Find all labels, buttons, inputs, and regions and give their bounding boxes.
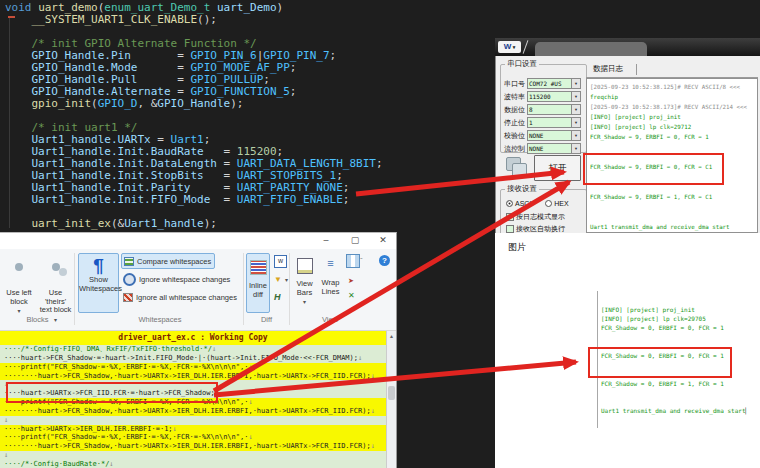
dropdown-arrow-icon[interactable]: ▼: [571, 78, 581, 89]
dropdown-arrow-icon[interactable]: ▼: [571, 91, 581, 102]
serial-field-3: 数据位8▼: [504, 103, 582, 115]
log-mode-checkbox[interactable]: ✔ 按日志模式显示: [506, 212, 565, 222]
minimize-button[interactable]: –: [318, 235, 334, 245]
field-value[interactable]: 115200: [527, 91, 572, 102]
diff-line[interactable]: ↓: [0, 416, 386, 425]
copy-pages-icon[interactable]: [506, 157, 528, 177]
use-theirs-block-icon: [52, 263, 60, 271]
wrap-lines-button[interactable]: ≡ Wrap Lines: [318, 253, 343, 313]
view-bars-button[interactable]: View Bars▾: [292, 253, 317, 313]
compare-whitespaces-button[interactable]: Compare whitespaces: [121, 253, 215, 269]
highlight-button[interactable]: H: [272, 289, 283, 305]
group-divider: [289, 253, 290, 325]
view-group-label: View: [300, 315, 360, 324]
modified-line-marker: [8, 16, 15, 18]
code-line[interactable]: Uart1_handle.Init.FIFO_Mode = UART_FIFO_…: [5, 194, 493, 206]
misc-green-button[interactable]: ✕: [346, 287, 357, 303]
maximize-button[interactable]: ▢: [347, 235, 363, 245]
field-value[interactable]: NONE: [527, 143, 572, 154]
log-line: [590, 202, 757, 212]
session-tab[interactable]: [535, 42, 647, 56]
code-line[interactable]: uart_init_ex(&Uart1_handle);: [5, 218, 493, 230]
diff-line[interactable]: ····/*·Config·FIFO、DMA、RxFIF/TxFIFO·thre…: [0, 345, 386, 354]
diff-content[interactable]: ····/*·Config·FIFO、DMA、RxFIF/TxFIFO·thre…: [0, 345, 386, 468]
ignore-all-whitespace-icon: [123, 293, 133, 302]
green-x-icon: ✕: [348, 291, 355, 300]
merge-titlebar[interactable]: – ▢ ✕: [0, 233, 396, 249]
wrap-lines-icon: ≡: [327, 257, 333, 269]
help-icon[interactable]: ?: [379, 255, 390, 266]
ignore-whitespace-icon: [123, 273, 136, 286]
serial-settings-group: 串口设置 串口号COM72 #US▼波特率115200▼数据位8▼停止位1▼校验…: [500, 59, 587, 153]
highlight-box-log1: [583, 153, 724, 185]
ignore-all-whitespace-button[interactable]: Ignore all whitespace changes: [121, 289, 243, 305]
serial-body: 串口设置 串口号COM72 #US▼波特率115200▼数据位8▼停止位1▼校验…: [495, 56, 760, 233]
log-line: [590, 212, 757, 222]
log-line: freqchip: [590, 92, 757, 102]
dropdown-arrow-icon[interactable]: ▼: [571, 117, 581, 128]
whitespaces-group-label: Whitespaces: [120, 315, 200, 324]
code-line[interactable]: gpio_init(GPIO_D, &GPIO_Handle);: [5, 98, 493, 110]
log-line: [INFO] [project] lp clk=29705: [601, 314, 749, 323]
log-line: Uart1 transmit_dma and receive_dma start: [590, 222, 757, 232]
tab-divider: [636, 64, 637, 75]
log-line: Uart1 transmit_dma and receive_dma start…: [601, 406, 749, 415]
use-left-block-button[interactable]: Use left block▾: [2, 253, 36, 313]
ribbon-toolbar: Use left block▾ Use 'theirs' text block▾…: [0, 249, 396, 331]
view-bars-icon: [297, 258, 313, 274]
app-logo-tab[interactable]: W ▾: [498, 41, 521, 53]
diff-pane-header: driver_uart_ex.c : Working Copy: [0, 331, 386, 345]
highlight-box-log2: [588, 347, 732, 378]
ignore-whitespace-button[interactable]: Ignore whitespace changes: [121, 271, 241, 287]
field-value[interactable]: 8: [527, 104, 572, 115]
collapse-ribbon-icon[interactable]: ˆ: [360, 256, 363, 265]
open-port-button[interactable]: 打开: [534, 155, 581, 181]
log-line: [2025-09-23 10:52:38.173]# RECV ASCII/21…: [590, 102, 757, 112]
funnel-icon: ▼: [274, 275, 282, 284]
serial-titlebar[interactable]: W ▾: [495, 38, 760, 56]
scrollbar-thumb[interactable]: [388, 386, 395, 400]
log-line: [590, 142, 757, 152]
diff-line[interactable]: ····printf("FCR_Shadow·=·%X,·ERBFI·=·%X,…: [0, 363, 386, 372]
field-value[interactable]: 1: [527, 117, 572, 128]
field-label: 流控制: [504, 144, 525, 154]
filter-button[interactable]: ▼▾: [272, 271, 290, 287]
dropdown-arrow-icon[interactable]: ▼: [571, 104, 581, 115]
data-log-tab[interactable]: 数据日志: [588, 62, 628, 78]
code-line[interactable]: __SYSTEM_UART1_CLK_ENABLE();: [5, 14, 493, 26]
merge-tool-window: – ▢ ✕ Use left block▾ Use 'theirs' text …: [0, 232, 397, 468]
diff-group-label: Diff: [244, 315, 289, 324]
word-diff-button[interactable]: w: [272, 253, 289, 269]
scrollbar[interactable]: ▴: [386, 331, 396, 468]
red-marker-icon: ➤: [348, 277, 354, 285]
highlight-box-code-line: [6, 382, 218, 403]
scroll-up-icon[interactable]: ▴: [387, 331, 396, 341]
close-button[interactable]: ✕: [375, 235, 391, 245]
pilcrow-icon: ¶: [79, 256, 118, 276]
log-line: FCR_Shadow = 9, ERBFI = 0, FCR = 1: [590, 132, 757, 142]
dropdown-arrow-icon[interactable]: ▼: [571, 130, 581, 141]
diff-line[interactable]: ····/*·Config·BaudRate·*/↓: [0, 460, 386, 468]
screenshot-canvas: void uart_demo(enum_uart_Demo_t uart_Dem…: [0, 0, 760, 468]
diff-line[interactable]: ········huart->FCR_Shadow,·huart->UARTx-…: [0, 407, 386, 416]
serial-field-6: 流控制NONE▼: [504, 142, 582, 154]
diff-line[interactable]: ↓: [0, 451, 386, 460]
diff-line[interactable]: ········huart->FCR_Shadow,·huart->UARTx-…: [0, 442, 386, 451]
radio-icon[interactable]: [545, 200, 552, 207]
field-label: 波特率: [504, 92, 525, 102]
diff-line[interactable]: ········huart->FCR_Shadow,·huart->UARTx-…: [0, 372, 386, 381]
diff-line[interactable]: ····huart->FCR_Shadow·=·huart->Init.FIFO…: [0, 354, 386, 363]
use-left-block-icon: [15, 263, 23, 271]
inline-diff-icon: [250, 260, 267, 275]
inline-diff-button[interactable]: Inline diff: [246, 253, 270, 313]
dropdown-arrow-icon[interactable]: ▼: [571, 143, 581, 154]
field-value[interactable]: COM72 #US: [527, 78, 572, 89]
chevron-down-icon: ▾: [17, 308, 20, 314]
diff-line[interactable]: ····printf("FCR_Shadow·=·%X,·ERBFI·=·%X,…: [0, 433, 386, 442]
field-value[interactable]: NONE: [527, 130, 572, 141]
blocks-group-label: Blocks: [10, 315, 65, 324]
diff-line[interactable]: ····huart->UARTx->IER_DLH.IER.ERBFI·=·1;…: [0, 425, 386, 434]
show-whitespaces-button[interactable]: ¶ Show Whitespaces: [78, 253, 119, 313]
ascii-radio[interactable]: ASCII HEX: [506, 200, 569, 207]
use-theirs-block-button[interactable]: Use 'theirs' text block▾: [38, 253, 73, 313]
